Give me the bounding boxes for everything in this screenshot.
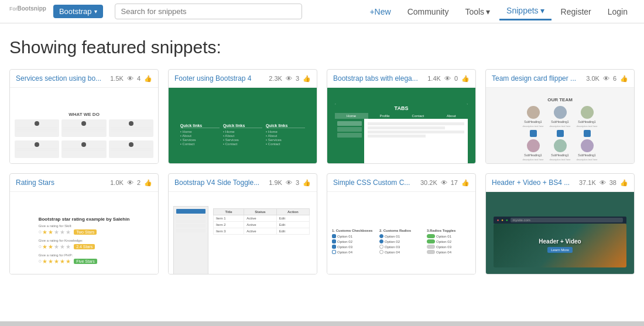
eye-icon-4: 👁 [603, 75, 609, 82]
card-preview-team: OUR TEAM SubHeading1 description text he… [486, 88, 634, 164]
header-video-mockup: ● ● ● mysite.com Header + Video Learn Mo… [486, 192, 634, 274]
snippets-caret-icon: ▾ [540, 6, 544, 15]
thumb-icon-4: 👍 [620, 75, 628, 83]
tools-caret-icon: ▾ [486, 7, 490, 16]
thumb-icon-5: 👍 [144, 179, 152, 187]
card-meta-footer: 2.3K 👁 3 👍 [269, 75, 311, 83]
card-meta-custom: 30.2K 👁 17 👍 [420, 179, 470, 187]
card-meta-team: 3.0K 👁 6 👍 [586, 75, 628, 83]
card-preview-footer: Quick links • Home • About • Services • … [169, 88, 317, 164]
card-header-services: Services section using bo... 1.5K 👁 4 👍 [10, 70, 158, 88]
card-header-header-video: Header + Video + BS4 ... 37.1K 👁 38 👍 [486, 174, 634, 192]
thumb-icon-2: 👍 [303, 75, 311, 83]
card-preview-services: WHAT WE DO [10, 88, 158, 164]
snippet-card-custom[interactable]: Simple CSS Custom C... 30.2K 👁 17 👍 1. C… [327, 173, 476, 274]
card-preview-header-video: ● ● ● mysite.com Header + Video Learn Mo… [486, 192, 634, 274]
site-header: ForBootsnipp Bootstrap ▾ +New Community … [0, 0, 644, 23]
snippet-card-team[interactable]: Team design card flipper ... 3.0K 👁 6 👍 … [485, 69, 635, 164]
eye-icon-7: 👁 [441, 179, 447, 186]
nav-new[interactable]: +New [362, 4, 398, 20]
tabs-mockup: TABS Home Profile Contact About [335, 104, 468, 164]
thumb-icon-8: 👍 [620, 179, 628, 187]
card-title-services: Services section using bo... [16, 74, 107, 83]
eye-icon-2: 👁 [286, 75, 292, 82]
thumb-icon-7: 👍 [461, 179, 470, 187]
nav-login[interactable]: Login [601, 4, 635, 20]
card-header-toggle: Bootstrap V4 Side Toggle... 1.9K 👁 3 👍 [169, 174, 317, 192]
thumb-icon: 👍 [144, 75, 152, 83]
card-header-footer: Footer using Bootstrap 4 2.3K 👁 3 👍 [169, 70, 317, 88]
card-preview-rating: Bootstrap star rating example by Salehin… [10, 192, 158, 274]
card-preview-custom: 1. Customs Checkboxes Option 01 Option 0… [327, 192, 475, 274]
card-title-footer: Footer using Bootstrap 4 [174, 74, 265, 83]
search-input[interactable] [115, 4, 302, 19]
card-meta-services: 1.5K 👁 4 👍 [110, 75, 152, 83]
footer-mockup: Quick links • Home • About • Services • … [180, 123, 305, 146]
custom-mockup: 1. Customs Checkboxes Option 01 Option 0… [332, 229, 471, 255]
site-logo[interactable]: ForBootsnipp [9, 5, 46, 18]
snippet-card-services[interactable]: Services section using bo... 1.5K 👁 4 👍 … [9, 69, 159, 164]
snippets-grid: Services section using bo... 1.5K 👁 4 👍 … [0, 69, 644, 289]
page-title: Showing featured snippets: [0, 23, 644, 69]
card-meta-toggle: 1.9K 👁 3 👍 [269, 179, 311, 187]
snippet-card-rating[interactable]: Rating Stars 1.0K 👁 2 👍 Bootstrap star r… [9, 173, 159, 274]
nav-community[interactable]: Community [400, 4, 456, 20]
bootstrap-dropdown-button[interactable]: Bootstrap ▾ [53, 5, 103, 18]
card-title-custom: Simple CSS Custom C... [333, 179, 417, 187]
card-header-tabs: Bootstrap tabs with elega... 1.4K 👁 0 👍 [327, 70, 475, 88]
bootstrap-caret-icon: ▾ [94, 8, 97, 15]
nav-tools[interactable]: Tools ▾ [458, 4, 497, 20]
eye-icon-6: 👁 [286, 179, 292, 186]
card-title-tabs: Bootstrap tabs with elega... [333, 74, 424, 83]
card-meta-header-video: 37.1K 👁 38 👍 [579, 179, 628, 187]
snippet-card-header-video[interactable]: Header + Video + BS4 ... 37.1K 👁 38 👍 ● … [485, 173, 635, 274]
eye-icon: 👁 [127, 75, 133, 82]
thumb-icon-3: 👍 [461, 75, 470, 83]
card-title-toggle: Bootstrap V4 Side Toggle... [174, 179, 265, 187]
card-title-header-video: Header + Video + BS4 ... [492, 179, 576, 187]
snippet-card-footer[interactable]: Footer using Bootstrap 4 2.3K 👁 3 👍 Quic… [168, 69, 317, 164]
card-header-rating: Rating Stars 1.0K 👁 2 👍 [10, 174, 158, 192]
eye-icon-3: 👁 [444, 75, 451, 82]
thumb-icon-6: 👍 [303, 179, 311, 187]
card-title-team: Team design card flipper ... [492, 74, 583, 83]
nav-snippets[interactable]: Snippets ▾ [499, 2, 551, 20]
card-preview-toggle: Title Status Action Item 1 Active Edit I… [169, 192, 317, 274]
card-preview-tabs: TABS Home Profile Contact About [327, 88, 475, 164]
logo-super: For [9, 6, 18, 12]
card-meta-tabs: 1.4K 👁 0 👍 [427, 75, 470, 83]
search-bar [115, 4, 302, 19]
services-mockup: WHAT WE DO [15, 112, 153, 158]
snippet-card-toggle[interactable]: Bootstrap V4 Side Toggle... 1.9K 👁 3 👍 [168, 173, 317, 274]
nav-register[interactable]: Register [554, 4, 598, 20]
eye-icon-8: 👁 [600, 179, 606, 186]
snippet-card-tabs[interactable]: Bootstrap tabs with elega... 1.4K 👁 0 👍 … [327, 69, 476, 164]
rating-mockup: Bootstrap star rating example by Salehin… [39, 217, 130, 268]
card-title-rating: Rating Stars [16, 179, 107, 187]
main-nav: +New Community Tools ▾ Snippets ▾ Regist… [362, 2, 635, 20]
card-meta-rating: 1.0K 👁 2 👍 [110, 179, 152, 187]
toggle-mockup: Title Status Action Item 1 Active Edit I… [173, 206, 312, 275]
card-header-custom: Simple CSS Custom C... 30.2K 👁 17 👍 [327, 174, 475, 192]
team-mockup: OUR TEAM SubHeading1 description text he… [494, 97, 627, 164]
card-header-team: Team design card flipper ... 3.0K 👁 6 👍 [486, 70, 634, 88]
eye-icon-5: 👁 [127, 179, 133, 186]
